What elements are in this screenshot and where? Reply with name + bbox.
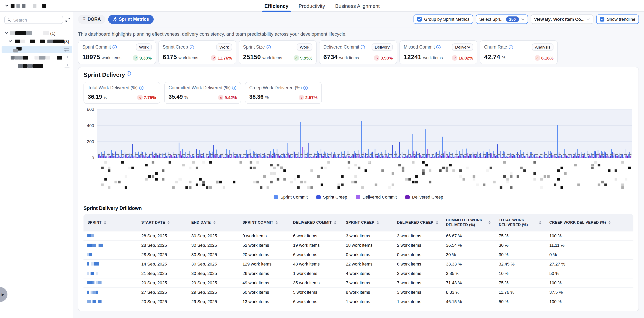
tree-item[interactable] bbox=[0, 62, 73, 70]
sprint-metrics-button[interactable]: Sprint Metrics bbox=[108, 15, 154, 24]
table-cell-start-date: 14 Sep, 2025 bbox=[138, 259, 187, 269]
metric-unit: work items bbox=[102, 55, 121, 60]
checkbox-checked-icon bbox=[417, 17, 422, 21]
table-cell-creep-work-delivered: 100 % bbox=[546, 278, 634, 288]
redacted-text bbox=[57, 56, 62, 59]
sort-icon[interactable] bbox=[334, 221, 336, 224]
redacted-logo-text bbox=[16, 4, 20, 8]
metric-value: 12241 bbox=[404, 54, 422, 61]
info-icon[interactable]: i bbox=[509, 45, 513, 49]
col-sprint-commit[interactable]: Sprint Commit bbox=[238, 214, 289, 231]
col-total-work-delivered[interactable]: Total Work Delivered (%) bbox=[495, 214, 546, 231]
redacted-text bbox=[15, 31, 26, 35]
metric-unit: work items bbox=[339, 55, 359, 60]
sort-icon[interactable] bbox=[539, 221, 542, 224]
tree-item-group[interactable]: (3) bbox=[0, 38, 73, 45]
col-end-date[interactable]: End Date bbox=[187, 214, 238, 231]
expand-panel-icon[interactable] bbox=[66, 18, 70, 22]
trend-arrow-icon: ↘ bbox=[137, 95, 143, 100]
redacted-text bbox=[30, 39, 35, 43]
info-icon[interactable]: i bbox=[126, 71, 131, 76]
top-bar: Efficiency Productivity Business Alignme… bbox=[0, 0, 644, 12]
metric-card-sprint-creep: Sprint CreepiWork 6175work items ↗11.76% bbox=[158, 40, 236, 64]
legend-sprint-commit[interactable]: Sprint Commit bbox=[274, 195, 308, 199]
sort-icon[interactable] bbox=[276, 221, 278, 224]
view-by-dropdown[interactable]: View By: Work Item Co... bbox=[530, 14, 594, 24]
col-start-date[interactable]: Start Date bbox=[138, 214, 187, 231]
table-row[interactable]: 27 Sep, 202529 Sep, 202560 work items5 w… bbox=[84, 288, 634, 297]
table-header-row: Sprint Start Date End Date Sprint Commit… bbox=[84, 214, 634, 231]
tab-business-alignment[interactable]: Business Alignment bbox=[335, 0, 380, 12]
table-cell-creep-work-delivered: 0 % bbox=[546, 250, 634, 259]
chart-legend: Sprint Commit Sprint Creep Delivered Com… bbox=[84, 195, 634, 199]
info-icon[interactable]: i bbox=[139, 86, 144, 90]
table-row[interactable]: 28 Sep, 202530 Sep, 202552 work items19 … bbox=[84, 241, 634, 250]
info-icon[interactable]: i bbox=[190, 45, 194, 49]
filter-sliders-icon[interactable] bbox=[64, 47, 69, 52]
info-icon[interactable]: i bbox=[112, 45, 117, 49]
info-icon[interactable]: i bbox=[304, 86, 308, 90]
tree-item-root[interactable]: (1) bbox=[0, 29, 73, 37]
legend-swatch bbox=[316, 195, 321, 199]
group-by-sprint-metrics-checkbox[interactable]: Group by Sprint Metrics bbox=[414, 14, 473, 24]
show-trendline-checkbox[interactable]: Show trendline bbox=[596, 14, 639, 24]
search-input[interactable] bbox=[13, 17, 60, 22]
info-icon[interactable]: i bbox=[232, 86, 236, 90]
sort-icon[interactable] bbox=[104, 221, 106, 224]
table-cell-start-date: 20 Sep, 2025 bbox=[138, 278, 187, 288]
filter-sliders-icon[interactable] bbox=[64, 55, 70, 60]
col-delivered-commit[interactable]: Delivered Commit bbox=[289, 214, 342, 231]
col-sprint-creep[interactable]: Sprint Creep bbox=[342, 214, 393, 231]
sort-icon[interactable] bbox=[168, 221, 170, 224]
sidebar-collapse-toggle[interactable]: ▶ bbox=[0, 287, 8, 302]
metric-value: 42.74 bbox=[484, 54, 500, 61]
table-row[interactable]: 21 Sep, 202530 Sep, 202526 work items1 w… bbox=[84, 269, 634, 278]
col-sprint[interactable]: Sprint bbox=[84, 214, 138, 231]
filter-sliders-icon[interactable] bbox=[64, 64, 70, 68]
col-creep-work-delivered[interactable]: Creep Work Delivered (%) bbox=[546, 214, 634, 231]
sort-icon[interactable] bbox=[488, 221, 491, 224]
sprint-delivery-chart[interactable]: 6004002000 bbox=[84, 108, 634, 194]
legend-delivered-commit[interactable]: Delivered Commit bbox=[356, 195, 397, 199]
col-delivered-creep[interactable]: Delivered Creep bbox=[393, 214, 442, 231]
subcard-unit: % bbox=[104, 95, 108, 99]
table-cell-committed-work-delivered: 36.54 % bbox=[442, 241, 495, 250]
table-row[interactable]: 20 Sep, 202529 Sep, 202513 work items6 w… bbox=[84, 297, 634, 306]
sort-icon[interactable] bbox=[213, 221, 216, 224]
info-icon[interactable]: i bbox=[361, 45, 365, 49]
table-row[interactable]: 28 Sep, 202530 Sep, 202520 work items6 w… bbox=[84, 250, 634, 259]
runner-icon bbox=[113, 17, 117, 21]
sprint-name-redacted bbox=[84, 278, 138, 288]
tab-productivity[interactable]: Productivity bbox=[299, 0, 325, 12]
workspace-switcher[interactable] bbox=[0, 4, 46, 8]
select-sprints-dropdown[interactable]: Select Spri... 250 bbox=[476, 14, 528, 24]
table-cell-sprint-creep: 7 work items bbox=[342, 278, 393, 288]
table-cell-sprint-creep: 8 work items bbox=[342, 288, 393, 297]
table-row[interactable]: 28 Sep, 202530 Sep, 20259 work items6 wo… bbox=[84, 231, 634, 241]
sort-icon[interactable] bbox=[608, 221, 611, 224]
info-icon[interactable]: i bbox=[436, 45, 440, 49]
tab-efficiency[interactable]: Efficiency bbox=[264, 0, 288, 12]
table-cell-committed-work-delivered: 33.33 % bbox=[442, 259, 495, 269]
table-cell-total-work-delivered: 75 % bbox=[495, 278, 546, 288]
info-icon[interactable]: i bbox=[266, 45, 271, 49]
table-cell-creep-work-delivered: 100 % bbox=[546, 231, 634, 241]
subcard-unit: % bbox=[265, 95, 269, 99]
table-row[interactable]: 14 Sep, 202530 Sep, 2025129 work items43… bbox=[84, 259, 634, 269]
col-committed-work-delivered[interactable]: Committed Work Delivered (%) bbox=[442, 214, 495, 231]
tree-item-selected[interactable] bbox=[2, 46, 72, 53]
dora-button[interactable]: DORA DORA bbox=[78, 15, 106, 24]
table-cell-delivered-creep: 7 work items bbox=[393, 278, 442, 288]
legend-sprint-creep[interactable]: Sprint Creep bbox=[316, 195, 347, 199]
legend-delivered-creep[interactable]: Delivered Creep bbox=[405, 195, 443, 199]
metric-title: Sprint Size bbox=[243, 45, 265, 49]
sort-icon[interactable] bbox=[436, 221, 438, 224]
redacted-logo-text bbox=[10, 4, 14, 8]
tree-item[interactable] bbox=[0, 54, 73, 61]
table-cell-sprint-creep: 3 work items bbox=[342, 231, 393, 241]
metric-card-sprint-commit: Sprint CommitiWork 18975work items ↗9.38… bbox=[78, 40, 156, 64]
sort-icon[interactable] bbox=[377, 221, 379, 224]
table-row[interactable]: 20 Sep, 202529 Sep, 202549 work items35 … bbox=[84, 278, 634, 288]
tree-item-count: (1) bbox=[50, 31, 56, 35]
metric-category-badge: Work bbox=[296, 43, 312, 50]
